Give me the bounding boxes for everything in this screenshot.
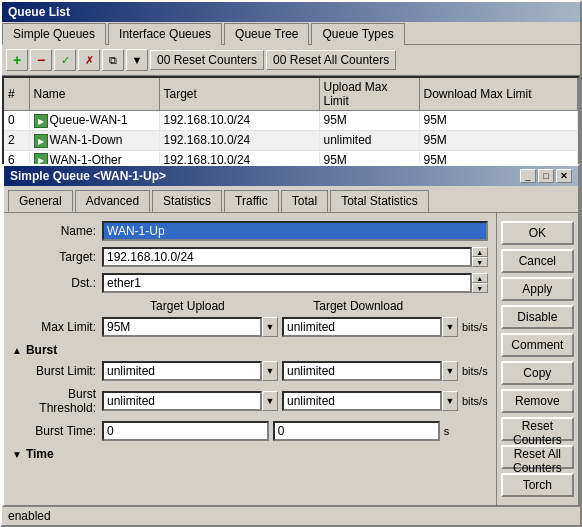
burst-limit-upload-input[interactable] (102, 361, 262, 381)
tab-total[interactable]: Total (281, 190, 328, 212)
burst-threshold-row: Burst Threshold: ▼ ▼ bits/s (12, 387, 488, 415)
burst-threshold-upload-input[interactable] (102, 391, 262, 411)
burst-threshold-download-combo: ▼ (282, 391, 458, 411)
max-limit-row: Max Limit: ▼ ▼ bits/s (12, 317, 488, 337)
max-limit-upload-combo: ▼ (102, 317, 278, 337)
window-title: Queue List (2, 2, 580, 22)
tab-statistics[interactable]: Statistics (152, 190, 222, 212)
comment-button[interactable]: Comment (501, 333, 574, 357)
remove-button[interactable]: − (30, 49, 52, 71)
target-down-arrow[interactable]: ▼ (472, 257, 488, 267)
dst-label: Dst.: (12, 276, 102, 290)
torch-button[interactable]: Torch (501, 473, 574, 497)
max-limit-upload-arrow[interactable]: ▼ (262, 317, 278, 337)
burst-time-row: Burst Time: s (12, 421, 488, 441)
reset-all-counters-button[interactable]: 00 Reset All Counters (266, 50, 396, 70)
burst-threshold-bits: bits/s (462, 395, 488, 407)
filter-button[interactable]: ▼ (126, 49, 148, 71)
dst-up-arrow[interactable]: ▲ (472, 273, 488, 283)
tab-traffic[interactable]: Traffic (224, 190, 279, 212)
tab-total-statistics[interactable]: Total Statistics (330, 190, 429, 212)
burst-label: Burst (26, 343, 57, 357)
tab-simple-queues[interactable]: Simple Queues (2, 23, 106, 45)
tab-general[interactable]: General (8, 190, 73, 212)
cross-button[interactable]: ✗ (78, 49, 100, 71)
row-target: 192.168.10.0/24 (159, 111, 319, 131)
burst-limit-bits: bits/s (462, 365, 488, 377)
sub-content: Name: Target: ▲ ▼ Dst.: (4, 213, 578, 505)
time-arrow-icon: ▼ (12, 449, 22, 460)
reset-counters-action-button[interactable]: Reset Counters (501, 417, 574, 441)
apply-button[interactable]: Apply (501, 277, 574, 301)
minimize-button[interactable]: _ (520, 169, 536, 183)
dst-input[interactable] (102, 273, 472, 293)
status-bar: enabled (2, 506, 580, 525)
burst-header[interactable]: ▲ Burst (12, 343, 488, 357)
col-header-name: Name (29, 78, 159, 111)
max-limit-download-combo: ▼ (282, 317, 458, 337)
burst-limit-upload-arrow[interactable]: ▼ (262, 361, 278, 381)
tab-queue-types[interactable]: Queue Types (311, 23, 404, 45)
row-id: 2 (4, 130, 29, 150)
burst-limit-download-input[interactable] (282, 361, 442, 381)
burst-limit-download-combo: ▼ (282, 361, 458, 381)
name-input[interactable] (102, 221, 488, 241)
row-download: 95M (419, 130, 578, 150)
max-limit-download-input[interactable] (282, 317, 442, 337)
max-limit-label: Max Limit: (12, 320, 102, 334)
copy-button[interactable]: Copy (501, 361, 574, 385)
reset-counters-button[interactable]: 00 Reset Counters (150, 50, 264, 70)
col-header-target: Target (159, 78, 319, 111)
name-label: Name: (12, 224, 102, 238)
target-up-arrow[interactable]: ▲ (472, 247, 488, 257)
tab-queue-tree[interactable]: Queue Tree (224, 23, 309, 45)
dst-down-arrow[interactable]: ▼ (472, 283, 488, 293)
row-name: ▶WAN-1-Down (29, 130, 159, 150)
name-row: Name: (12, 221, 488, 241)
close-button[interactable]: ✕ (556, 169, 572, 183)
burst-limit-inputs: ▼ ▼ bits/s (102, 361, 488, 381)
form-area: Name: Target: ▲ ▼ Dst.: (4, 213, 496, 505)
table-row[interactable]: 2 ▶WAN-1-Down 192.168.10.0/24 unlimited … (4, 130, 578, 150)
burst-threshold-upload-arrow[interactable]: ▼ (262, 391, 278, 411)
time-section: ▼ Time (12, 447, 488, 461)
target-input[interactable] (102, 247, 472, 267)
burst-limit-download-arrow[interactable]: ▼ (442, 361, 458, 381)
tab-advanced[interactable]: Advanced (75, 190, 150, 212)
row-icon: ▶ (34, 134, 48, 148)
title-controls: _ □ ✕ (520, 169, 572, 183)
dst-input-area: ▲ ▼ (102, 273, 488, 293)
table-row[interactable]: 0 ▶Queue-WAN-1 192.168.10.0/24 95M 95M (4, 111, 578, 131)
reset-all-counters-action-button[interactable]: Reset All Counters (501, 445, 574, 469)
max-limit-upload-input[interactable] (102, 317, 262, 337)
upload-header: Target Upload (102, 299, 273, 313)
target-input-area: ▲ ▼ (102, 247, 488, 267)
copy-icon-button[interactable]: ⧉ (102, 49, 124, 71)
tab-interface-queues[interactable]: Interface Queues (108, 23, 222, 45)
disable-button[interactable]: Disable (501, 305, 574, 329)
dst-row: Dst.: ▲ ▼ (12, 273, 488, 293)
cancel-button[interactable]: Cancel (501, 249, 574, 273)
time-header[interactable]: ▼ Time (12, 447, 488, 461)
burst-threshold-download-arrow[interactable]: ▼ (442, 391, 458, 411)
add-button[interactable]: + (6, 49, 28, 71)
burst-time-upload-input[interactable] (102, 421, 269, 441)
sub-window-title: Simple Queue <WAN-1-Up> _ □ ✕ (4, 166, 578, 186)
check-button[interactable]: ✓ (54, 49, 76, 71)
target-headers: Target Upload Target Download (102, 299, 488, 313)
burst-arrow-icon: ▲ (12, 345, 22, 356)
burst-threshold-upload-combo: ▼ (102, 391, 278, 411)
max-limit-download-arrow[interactable]: ▼ (442, 317, 458, 337)
main-tab-bar: Simple Queues Interface Queues Queue Tre… (2, 22, 580, 45)
row-upload: unlimited (319, 130, 419, 150)
ok-button[interactable]: OK (501, 221, 574, 245)
burst-threshold-download-input[interactable] (282, 391, 442, 411)
download-header: Target Download (273, 299, 444, 313)
burst-time-download-input[interactable] (273, 421, 440, 441)
max-limit-inputs: ▼ ▼ bits/s (102, 317, 488, 337)
dst-arrows: ▲ ▼ (472, 273, 488, 293)
maximize-button[interactable]: □ (538, 169, 554, 183)
row-id: 0 (4, 111, 29, 131)
burst-limit-row: Burst Limit: ▼ ▼ bits/s (12, 361, 488, 381)
remove-action-button[interactable]: Remove (501, 389, 574, 413)
